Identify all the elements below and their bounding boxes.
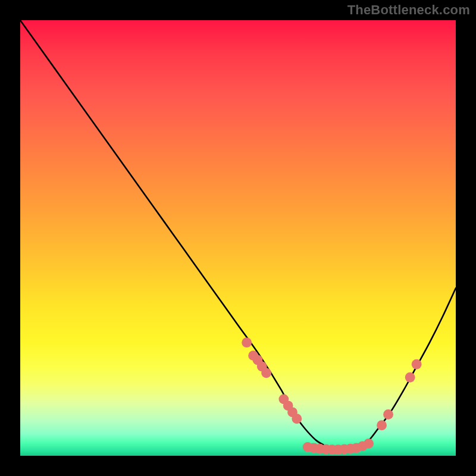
data-marker <box>412 359 422 369</box>
markers-group <box>242 337 421 455</box>
chart-frame: TheBottleneck.com <box>0 0 476 476</box>
data-marker <box>261 368 271 378</box>
data-marker <box>364 439 374 449</box>
data-marker <box>292 414 302 424</box>
plot-area <box>20 20 456 456</box>
watermark-text: TheBottleneck.com <box>347 2 470 18</box>
data-marker <box>383 409 393 419</box>
data-marker <box>405 372 415 383</box>
data-marker <box>377 420 387 430</box>
bottleneck-curve <box>20 20 456 450</box>
data-marker <box>242 337 252 347</box>
curve-svg <box>20 20 456 456</box>
